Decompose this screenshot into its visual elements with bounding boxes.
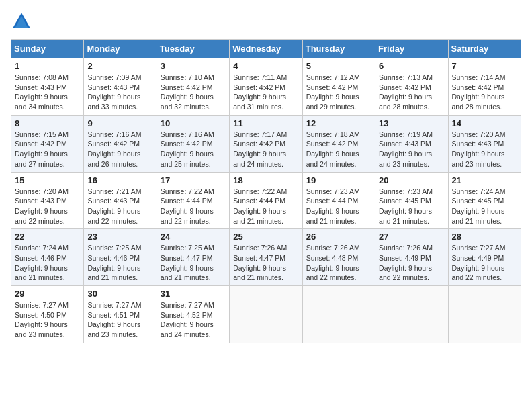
calendar-week-1: 1Sunrise: 7:08 AM Sunset: 4:43 PM Daylig… [11, 58, 521, 116]
day-info: Sunrise: 7:27 AM Sunset: 4:52 PM Dayligh… [161, 300, 226, 340]
calendar-cell: 18Sunrise: 7:22 AM Sunset: 4:44 PM Dayli… [230, 172, 302, 229]
col-header-friday: Friday [375, 40, 448, 58]
day-number: 15 [15, 175, 80, 185]
page-header [11, 11, 521, 32]
calendar-cell: 11Sunrise: 7:17 AM Sunset: 4:42 PM Dayli… [230, 115, 302, 172]
day-number: 5 [306, 61, 371, 71]
calendar-week-5: 29Sunrise: 7:27 AM Sunset: 4:50 PM Dayli… [11, 286, 521, 343]
calendar-cell: 1Sunrise: 7:08 AM Sunset: 4:43 PM Daylig… [11, 58, 84, 116]
calendar-cell: 10Sunrise: 7:16 AM Sunset: 4:42 PM Dayli… [157, 115, 229, 172]
day-number: 1 [15, 61, 80, 71]
calendar-cell: 27Sunrise: 7:26 AM Sunset: 4:49 PM Dayli… [375, 229, 448, 286]
calendar-table: SundayMondayTuesdayWednesdayThursdayFrid… [11, 39, 521, 343]
day-number: 14 [452, 118, 517, 128]
day-number: 11 [233, 118, 298, 128]
day-number: 20 [379, 175, 444, 185]
day-number: 21 [452, 175, 517, 185]
calendar-cell [302, 286, 375, 343]
day-info: Sunrise: 7:23 AM Sunset: 4:45 PM Dayligh… [379, 187, 444, 226]
calendar-cell [448, 286, 521, 343]
day-number: 12 [306, 118, 371, 128]
calendar-cell [230, 286, 302, 343]
logo [11, 11, 35, 32]
day-info: Sunrise: 7:17 AM Sunset: 4:42 PM Dayligh… [233, 130, 298, 169]
day-number: 10 [161, 118, 226, 128]
day-number: 16 [87, 175, 152, 185]
day-number: 9 [87, 118, 152, 128]
calendar-cell: 13Sunrise: 7:19 AM Sunset: 4:43 PM Dayli… [375, 115, 448, 172]
day-number: 30 [87, 289, 152, 299]
calendar-cell: 2Sunrise: 7:09 AM Sunset: 4:43 PM Daylig… [84, 58, 157, 116]
calendar-cell: 6Sunrise: 7:13 AM Sunset: 4:42 PM Daylig… [375, 58, 448, 116]
day-info: Sunrise: 7:19 AM Sunset: 4:43 PM Dayligh… [379, 130, 444, 169]
day-number: 24 [161, 232, 226, 242]
calendar-cell: 25Sunrise: 7:26 AM Sunset: 4:47 PM Dayli… [230, 229, 302, 286]
day-number: 18 [233, 175, 298, 185]
calendar-cell: 17Sunrise: 7:22 AM Sunset: 4:44 PM Dayli… [157, 172, 229, 229]
day-info: Sunrise: 7:22 AM Sunset: 4:44 PM Dayligh… [161, 187, 226, 226]
day-number: 29 [15, 289, 80, 299]
calendar-cell: 16Sunrise: 7:21 AM Sunset: 4:43 PM Dayli… [84, 172, 157, 229]
col-header-monday: Monday [84, 40, 157, 58]
calendar-week-2: 8Sunrise: 7:15 AM Sunset: 4:42 PM Daylig… [11, 115, 521, 172]
col-header-thursday: Thursday [302, 40, 375, 58]
day-number: 17 [161, 175, 226, 185]
day-info: Sunrise: 7:16 AM Sunset: 4:42 PM Dayligh… [87, 130, 152, 169]
calendar-cell: 19Sunrise: 7:23 AM Sunset: 4:44 PM Dayli… [302, 172, 375, 229]
day-number: 19 [306, 175, 371, 185]
day-info: Sunrise: 7:22 AM Sunset: 4:44 PM Dayligh… [233, 187, 298, 226]
day-info: Sunrise: 7:24 AM Sunset: 4:45 PM Dayligh… [452, 187, 517, 226]
day-info: Sunrise: 7:14 AM Sunset: 4:42 PM Dayligh… [452, 73, 517, 112]
day-info: Sunrise: 7:27 AM Sunset: 4:51 PM Dayligh… [87, 300, 152, 340]
day-info: Sunrise: 7:10 AM Sunset: 4:42 PM Dayligh… [161, 73, 226, 112]
calendar-cell: 14Sunrise: 7:20 AM Sunset: 4:43 PM Dayli… [448, 115, 521, 172]
col-header-sunday: Sunday [11, 40, 84, 58]
calendar-cell: 26Sunrise: 7:26 AM Sunset: 4:48 PM Dayli… [302, 229, 375, 286]
calendar-cell: 9Sunrise: 7:16 AM Sunset: 4:42 PM Daylig… [84, 115, 157, 172]
day-info: Sunrise: 7:09 AM Sunset: 4:43 PM Dayligh… [87, 73, 152, 112]
day-number: 27 [379, 232, 444, 242]
day-info: Sunrise: 7:26 AM Sunset: 4:49 PM Dayligh… [379, 243, 444, 283]
calendar-cell: 22Sunrise: 7:24 AM Sunset: 4:46 PM Dayli… [11, 229, 84, 286]
day-info: Sunrise: 7:25 AM Sunset: 4:46 PM Dayligh… [87, 243, 152, 283]
day-info: Sunrise: 7:20 AM Sunset: 4:43 PM Dayligh… [15, 187, 80, 226]
day-info: Sunrise: 7:23 AM Sunset: 4:44 PM Dayligh… [306, 187, 371, 226]
calendar-cell: 29Sunrise: 7:27 AM Sunset: 4:50 PM Dayli… [11, 286, 84, 343]
calendar-cell: 5Sunrise: 7:12 AM Sunset: 4:42 PM Daylig… [302, 58, 375, 116]
day-info: Sunrise: 7:24 AM Sunset: 4:46 PM Dayligh… [15, 243, 80, 283]
day-number: 8 [15, 118, 80, 128]
day-number: 2 [87, 61, 152, 71]
calendar-cell: 7Sunrise: 7:14 AM Sunset: 4:42 PM Daylig… [448, 58, 521, 116]
calendar-cell: 24Sunrise: 7:25 AM Sunset: 4:47 PM Dayli… [157, 229, 229, 286]
day-number: 13 [379, 118, 444, 128]
day-number: 31 [161, 289, 226, 299]
day-number: 22 [15, 232, 80, 242]
calendar-cell: 15Sunrise: 7:20 AM Sunset: 4:43 PM Dayli… [11, 172, 84, 229]
day-number: 26 [306, 232, 371, 242]
calendar-cell: 30Sunrise: 7:27 AM Sunset: 4:51 PM Dayli… [84, 286, 157, 343]
day-number: 7 [452, 61, 517, 71]
day-number: 23 [87, 232, 152, 242]
calendar-cell: 8Sunrise: 7:15 AM Sunset: 4:42 PM Daylig… [11, 115, 84, 172]
day-number: 3 [161, 61, 226, 71]
calendar-week-3: 15Sunrise: 7:20 AM Sunset: 4:43 PM Dayli… [11, 172, 521, 229]
calendar-cell: 20Sunrise: 7:23 AM Sunset: 4:45 PM Dayli… [375, 172, 448, 229]
calendar-week-4: 22Sunrise: 7:24 AM Sunset: 4:46 PM Dayli… [11, 229, 521, 286]
day-info: Sunrise: 7:13 AM Sunset: 4:42 PM Dayligh… [379, 73, 444, 112]
calendar-cell [375, 286, 448, 343]
day-info: Sunrise: 7:25 AM Sunset: 4:47 PM Dayligh… [161, 243, 226, 283]
calendar-cell: 21Sunrise: 7:24 AM Sunset: 4:45 PM Dayli… [448, 172, 521, 229]
calendar-cell: 23Sunrise: 7:25 AM Sunset: 4:46 PM Dayli… [84, 229, 157, 286]
logo-icon [11, 11, 32, 32]
col-header-saturday: Saturday [448, 40, 521, 58]
day-info: Sunrise: 7:12 AM Sunset: 4:42 PM Dayligh… [306, 73, 371, 112]
day-info: Sunrise: 7:20 AM Sunset: 4:43 PM Dayligh… [452, 130, 517, 169]
day-number: 28 [452, 232, 517, 242]
day-info: Sunrise: 7:26 AM Sunset: 4:47 PM Dayligh… [233, 243, 298, 283]
calendar-cell: 31Sunrise: 7:27 AM Sunset: 4:52 PM Dayli… [157, 286, 229, 343]
col-header-tuesday: Tuesday [157, 40, 229, 58]
calendar-cell: 4Sunrise: 7:11 AM Sunset: 4:42 PM Daylig… [230, 58, 302, 116]
calendar-cell: 28Sunrise: 7:27 AM Sunset: 4:49 PM Dayli… [448, 229, 521, 286]
day-info: Sunrise: 7:27 AM Sunset: 4:49 PM Dayligh… [452, 243, 517, 283]
day-info: Sunrise: 7:08 AM Sunset: 4:43 PM Dayligh… [15, 73, 80, 112]
